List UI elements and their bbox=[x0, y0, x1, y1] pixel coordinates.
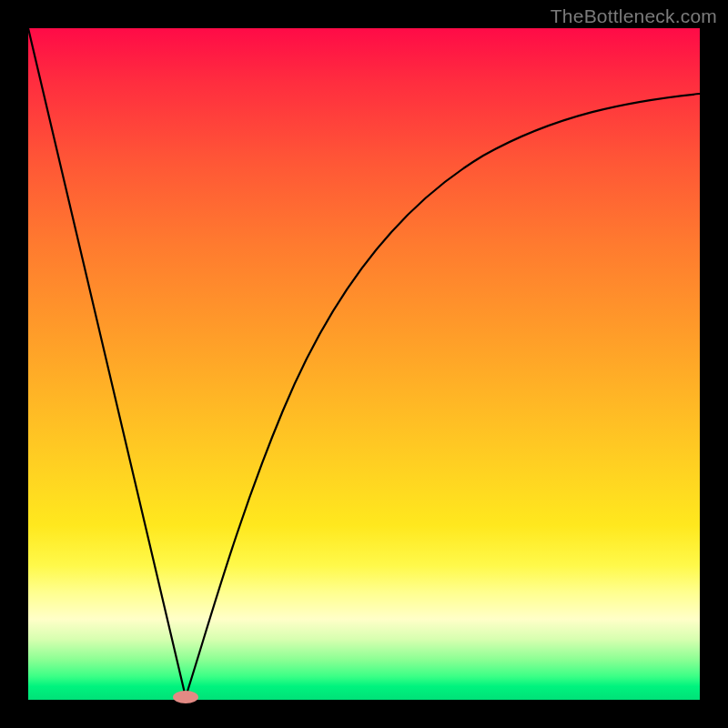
watermark-text: TheBottleneck.com bbox=[551, 5, 717, 27]
chart-frame: TheBottleneck.com bbox=[0, 0, 728, 728]
plot-overlay bbox=[28, 28, 700, 700]
curve-right-segment bbox=[186, 94, 700, 697]
curve-left-segment bbox=[28, 28, 186, 697]
minimum-marker bbox=[173, 691, 198, 703]
